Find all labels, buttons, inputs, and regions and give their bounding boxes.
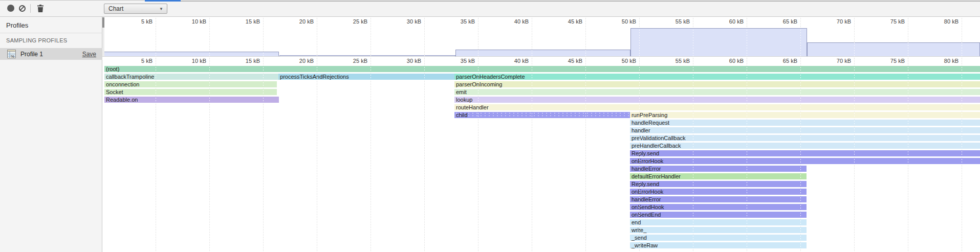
flame-bar[interactable]: handler [630,127,980,133]
overview-gridline [156,17,156,56]
overview-tick-label: 25 kB [326,18,367,25]
flame-bar[interactable]: parserOnHeadersComplete [454,74,980,80]
flame-bar[interactable]: Reply.send [630,181,807,187]
flame-gridline [371,57,371,252]
overview-tick-label: 10 kB [165,18,206,25]
overview-tick-label: 50 kB [595,18,636,25]
flame-bar[interactable]: defaultErrorHandler [630,173,807,179]
sampling-profiles-section-heading: SAMPLING PROFILES [6,37,67,43]
flame-bar[interactable]: onSendEnd [630,212,807,218]
overview-tick-label: 70 kB [810,18,851,25]
flame-bar[interactable]: write_ [630,227,807,233]
overview-tick-label: 80 kB [918,18,959,25]
flame-bar[interactable]: emit [454,89,980,95]
chart-view-select[interactable]: Chart ▼ [104,4,167,14]
flame-tick-label: 40 kB [488,58,529,64]
flame-bar[interactable]: routeHandler [454,104,980,110]
flame-bar[interactable]: lookup [454,97,980,103]
profiles-heading: Profiles [6,21,28,29]
flame-tick-label: 50 kB [595,58,636,64]
flame-chart-pane[interactable]: 5 kB10 kB15 kB20 kB25 kB30 kB35 kB40 kB4… [102,56,980,252]
flame-bar[interactable]: parserOnIncoming [454,81,980,87]
flame-bar[interactable]: end [630,219,807,225]
flame-tick-label: 15 kB [219,58,260,64]
overview-gridline [424,17,425,56]
flame-bar[interactable]: onErrorHook [630,158,980,164]
overview-tick-label: 75 kB [864,18,905,25]
top-border-dark-segment [181,1,980,2]
flame-bar[interactable]: _send [630,235,807,241]
record-icon [7,5,14,12]
flame-bar[interactable]: processTicksAndRejections [278,74,454,80]
flame-gridline [424,57,425,252]
overview-gridline [209,17,210,56]
flame-tick-label: 10 kB [165,58,206,64]
flame-tick-label: 60 kB [703,58,744,64]
flame-bar[interactable]: (root) [104,66,980,72]
sidebar-item-profile-1[interactable]: % Profile 1 Save [0,48,102,60]
sidebar-divider [0,33,102,33]
flame-tick-label: 35 kB [434,58,475,64]
flame-bar[interactable]: _writeRaw [630,242,807,248]
overview-memory-step [630,28,807,56]
overview-gridline [371,17,371,56]
record-button[interactable] [6,3,16,13]
sidebar: Profiles SAMPLING PROFILES % Profile 1 S… [0,17,102,252]
flame-bar[interactable]: handleRequest [630,120,980,126]
trash-icon [37,5,44,12]
chart-view-select-value: Chart [104,5,159,12]
overview-tick-label: 45 kB [541,18,582,25]
profile-name: Profile 1 [20,51,82,58]
overview-tick-label: 60 kB [703,18,744,25]
overview-tick-label: 15 kB [219,18,260,25]
flame-bar[interactable]: preValidationCallback [630,135,980,141]
overview-tick-label: 5 kB [112,18,153,25]
overview-memory-step [104,52,279,56]
devtools-memory-profiler: Chart ▼ Profiles SAMPLING PROFILES % Pro… [0,0,980,252]
overview-tick-label: 30 kB [380,18,421,25]
flame-bar[interactable]: handleError [630,166,807,172]
flame-bar[interactable]: onconnection [104,81,277,87]
flame-bar[interactable]: callbackTrampoline [104,74,278,80]
flame-bar[interactable]: Reply.send [630,150,980,156]
ban-icon [19,5,26,12]
delete-profile-button[interactable] [35,3,46,13]
chevron-down-icon: ▼ [159,7,167,11]
memory-overview-pane[interactable]: 5 kB10 kB15 kB20 kB25 kB30 kB35 kB40 kB4… [102,17,980,56]
svg-text:%: % [11,54,14,59]
toolbar-separator [30,4,31,13]
flame-bar[interactable]: runPreParsing [630,112,980,118]
overview-tick-label: 35 kB [434,18,475,25]
overview-tick-label: 65 kB [756,18,797,25]
flame-tick-label: 80 kB [918,58,959,64]
flame-tick-label: 30 kB [380,58,421,64]
flame-tick-label: 45 kB [541,58,582,64]
flame-bar[interactable]: child [454,112,630,118]
overview-memory-step [807,42,980,56]
flame-bar[interactable]: handleError [630,196,807,202]
flame-tick-label: 65 kB [756,58,797,64]
flame-tick-label: 55 kB [649,58,690,64]
flame-bar[interactable]: preHandlerCallback [630,143,980,149]
overview-gridline [263,17,264,56]
flame-bar[interactable]: Socket [104,89,277,95]
flame-bar[interactable]: Readable.on [104,97,279,103]
flame-tick-label: 75 kB [864,58,905,64]
overview-gridline [317,17,317,56]
toolbar: Chart ▼ [0,0,980,17]
flame-bar[interactable]: onSendHook [630,204,807,210]
profile-document-icon: % [7,50,16,58]
flame-tick-label: 25 kB [326,58,367,64]
flame-tick-label: 20 kB [273,58,314,64]
overview-memory-step [455,50,630,56]
save-profile-link[interactable]: Save [82,51,96,58]
overview-memory-step [279,55,455,56]
clear-profiles-button[interactable] [17,3,27,13]
active-tab-indicator [145,0,181,2]
overview-scrollbar-track[interactable] [102,17,104,56]
flame-bar[interactable]: onErrorHook [630,189,807,195]
flame-tick-label: 5 kB [112,58,153,64]
overview-tick-label: 20 kB [273,18,314,25]
overview-scrollbar-thumb[interactable] [102,17,104,28]
flame-tick-label: 70 kB [810,58,851,64]
